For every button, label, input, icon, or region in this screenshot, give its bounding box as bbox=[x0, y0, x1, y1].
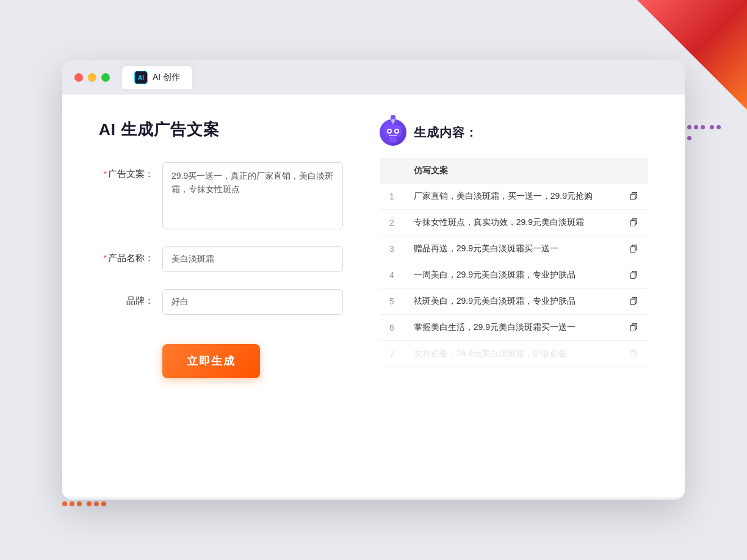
result-row-number: 2 bbox=[380, 210, 404, 236]
browser-tab[interactable]: AI AI 创作 bbox=[122, 66, 192, 89]
result-row-number: 6 bbox=[380, 315, 404, 341]
brand-row: 品牌： bbox=[99, 289, 343, 315]
result-row-text: 女神必备，29.9元美白淡斑霜，护肤必备 bbox=[404, 341, 620, 367]
ai-tab-icon: AI bbox=[134, 71, 148, 84]
result-row-number: 3 bbox=[380, 236, 404, 262]
result-row-number: 4 bbox=[380, 262, 404, 289]
product-name-row: *产品名称： bbox=[99, 246, 343, 272]
window-minimize-button[interactable] bbox=[88, 73, 96, 82]
copy-button[interactable]: 🗍 bbox=[620, 262, 648, 289]
col-num-header bbox=[380, 158, 404, 184]
table-row: 5祛斑美白，29.9元美白淡斑霜，专业护肤品🗍 bbox=[380, 289, 648, 315]
brand-label: 品牌： bbox=[99, 289, 154, 307]
window-maximize-button[interactable] bbox=[101, 73, 110, 82]
bg-decoration-dots-orange bbox=[61, 499, 110, 523]
result-row-number: 7 bbox=[380, 341, 404, 367]
svg-point-6 bbox=[395, 130, 398, 132]
main-content: AI 生成广告文案 *广告文案： *产品名称： 品牌： 立 bbox=[62, 95, 685, 497]
copy-button[interactable]: 🗍 bbox=[620, 236, 648, 262]
browser-window: AI AI 创作 AI 生成广告文案 *广告文案： *产品名称： bbox=[62, 60, 685, 500]
window-close-button[interactable] bbox=[74, 73, 83, 82]
left-panel: AI 生成广告文案 *广告文案： *产品名称： 品牌： 立 bbox=[99, 119, 343, 473]
result-row-number: 1 bbox=[380, 184, 404, 210]
copy-button[interactable]: 🗍 bbox=[620, 289, 648, 315]
svg-point-1 bbox=[391, 119, 395, 123]
table-row: 3赠品再送，29.9元美白淡斑霜买一送一🗍 bbox=[380, 236, 648, 262]
robot-svg bbox=[380, 119, 406, 146]
table-row: 4一周美白，29.9元美白淡斑霜，专业护肤品🗍 bbox=[380, 262, 648, 289]
result-row-text: 祛斑美白，29.9元美白淡斑霜，专业护肤品 bbox=[404, 289, 620, 315]
ad-copy-input[interactable] bbox=[162, 162, 343, 229]
ad-copy-label: *广告文案： bbox=[99, 162, 154, 180]
title-bar: AI AI 创作 bbox=[62, 60, 685, 95]
result-row-text: 一周美白，29.9元美白淡斑霜，专业护肤品 bbox=[404, 262, 620, 289]
window-controls bbox=[74, 73, 110, 82]
brand-input[interactable] bbox=[162, 289, 343, 315]
product-name-label: *产品名称： bbox=[99, 246, 154, 264]
right-header: 生成内容： bbox=[380, 119, 648, 146]
col-copy-header bbox=[620, 158, 648, 184]
results-table: 仿写文案 1厂家直销，美白淡斑霜，买一送一，29.9元抢购🗍2专抹女性斑点，真实… bbox=[380, 158, 648, 367]
result-row-number: 5 bbox=[380, 289, 404, 315]
table-row: 6掌握美白生活，29.9元美白淡斑霜买一送一🗍 bbox=[380, 315, 648, 341]
results-title: 生成内容： bbox=[414, 124, 478, 141]
copy-button[interactable]: 🗍 bbox=[620, 210, 648, 236]
svg-point-5 bbox=[388, 130, 391, 132]
result-row-text: 厂家直销，美白淡斑霜，买一送一，29.9元抢购 bbox=[404, 184, 620, 210]
product-name-input[interactable] bbox=[162, 246, 343, 272]
copy-button[interactable]: 🗍 bbox=[620, 315, 648, 341]
product-name-required: * bbox=[103, 253, 107, 263]
table-row: 7女神必备，29.9元美白淡斑霜，护肤必备🗍 bbox=[380, 341, 648, 367]
table-row: 2专抹女性斑点，真实功效，29.9元美白淡斑霜🗍 bbox=[380, 210, 648, 236]
copy-button[interactable]: 🗍 bbox=[620, 184, 648, 210]
result-row-text: 专抹女性斑点，真实功效，29.9元美白淡斑霜 bbox=[404, 210, 620, 236]
robot-icon bbox=[380, 119, 406, 146]
col-text-header: 仿写文案 bbox=[404, 158, 620, 184]
page-title: AI 生成广告文案 bbox=[99, 119, 343, 140]
bg-decoration-dots-purple bbox=[686, 122, 723, 159]
table-row: 1厂家直销，美白淡斑霜，买一送一，29.9元抢购🗍 bbox=[380, 184, 648, 210]
ad-copy-row: *广告文案： bbox=[99, 162, 343, 229]
right-panel: 生成内容： 仿写文案 1厂家直销，美白淡斑霜，买一送一，29.9元抢购🗍2专抹女… bbox=[380, 119, 648, 473]
tab-label: AI 创作 bbox=[153, 72, 180, 83]
generate-button[interactable]: 立即生成 bbox=[162, 344, 260, 378]
svg-rect-7 bbox=[389, 135, 397, 136]
result-row-text: 赠品再送，29.9元美白淡斑霜买一送一 bbox=[404, 236, 620, 262]
ad-copy-required: * bbox=[103, 168, 107, 179]
result-row-text: 掌握美白生活，29.9元美白淡斑霜买一送一 bbox=[404, 315, 620, 341]
svg-rect-8 bbox=[389, 137, 397, 142]
copy-button[interactable]: 🗍 bbox=[620, 341, 648, 367]
